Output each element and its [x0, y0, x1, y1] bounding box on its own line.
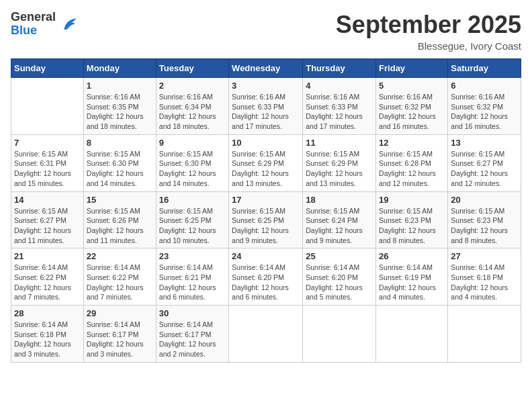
calendar-week-1: 1Sunrise: 6:16 AMSunset: 6:35 PMDaylight…: [11, 78, 521, 135]
calendar-cell: [376, 306, 448, 363]
calendar-cell: 22Sunrise: 6:14 AMSunset: 6:22 PMDayligh…: [83, 248, 156, 306]
day-number: 24: [232, 251, 300, 261]
day-detail: Sunrise: 6:15 AMSunset: 6:30 PMDaylight:…: [159, 149, 226, 189]
calendar-cell: 15Sunrise: 6:15 AMSunset: 6:26 PMDayligh…: [83, 191, 156, 248]
day-detail: Sunrise: 6:16 AMSunset: 6:33 PMDaylight:…: [232, 92, 300, 132]
day-detail: Sunrise: 6:16 AMSunset: 6:34 PMDaylight:…: [159, 92, 226, 132]
weekday-header-monday: Monday: [83, 59, 156, 78]
day-detail: Sunrise: 6:15 AMSunset: 6:25 PMDaylight:…: [159, 206, 226, 246]
day-number: 22: [87, 251, 153, 261]
day-number: 15: [87, 195, 153, 205]
calendar-cell: 9Sunrise: 6:15 AMSunset: 6:30 PMDaylight…: [156, 134, 228, 191]
day-detail: Sunrise: 6:15 AMSunset: 6:30 PMDaylight:…: [87, 149, 153, 189]
day-number: 3: [232, 81, 300, 91]
calendar-cell: 29Sunrise: 6:14 AMSunset: 6:17 PMDayligh…: [83, 306, 156, 363]
calendar-cell: 28Sunrise: 6:14 AMSunset: 6:18 PMDayligh…: [11, 306, 84, 363]
calendar-cell: 13Sunrise: 6:15 AMSunset: 6:27 PMDayligh…: [448, 134, 521, 191]
day-number: 30: [159, 308, 226, 318]
calendar-week-4: 21Sunrise: 6:14 AMSunset: 6:22 PMDayligh…: [11, 248, 521, 306]
day-detail: Sunrise: 6:14 AMSunset: 6:18 PMDaylight:…: [451, 263, 518, 302]
calendar-cell: 26Sunrise: 6:14 AMSunset: 6:19 PMDayligh…: [376, 248, 448, 306]
calendar-cell: 10Sunrise: 6:15 AMSunset: 6:29 PMDayligh…: [229, 134, 303, 191]
calendar-week-3: 14Sunrise: 6:15 AMSunset: 6:27 PMDayligh…: [11, 191, 521, 248]
day-detail: Sunrise: 6:15 AMSunset: 6:28 PMDaylight:…: [379, 149, 445, 189]
day-number: 25: [306, 251, 373, 261]
weekday-header-wednesday: Wednesday: [229, 59, 303, 78]
day-detail: Sunrise: 6:15 AMSunset: 6:23 PMDaylight:…: [379, 206, 445, 246]
day-number: 13: [451, 138, 518, 148]
calendar-cell: 18Sunrise: 6:15 AMSunset: 6:24 PMDayligh…: [303, 191, 376, 248]
day-number: 19: [379, 195, 445, 205]
day-number: 1: [87, 81, 153, 91]
day-detail: Sunrise: 6:14 AMSunset: 6:19 PMDaylight:…: [379, 263, 445, 302]
day-number: 10: [232, 138, 300, 148]
day-detail: Sunrise: 6:15 AMSunset: 6:29 PMDaylight:…: [232, 149, 300, 189]
day-number: 2: [159, 81, 226, 91]
day-detail: Sunrise: 6:16 AMSunset: 6:32 PMDaylight:…: [379, 92, 445, 132]
weekday-header-sunday: Sunday: [11, 59, 84, 78]
calendar-table: SundayMondayTuesdayWednesdayThursdayFrid…: [11, 58, 521, 363]
page-header: General Blue September 2025 Blessegue, I…: [11, 11, 521, 52]
calendar-cell: 27Sunrise: 6:14 AMSunset: 6:18 PMDayligh…: [448, 248, 521, 306]
day-detail: Sunrise: 6:15 AMSunset: 6:27 PMDaylight:…: [451, 149, 518, 189]
logo: General Blue: [11, 11, 79, 38]
day-number: 6: [451, 81, 518, 91]
day-detail: Sunrise: 6:16 AMSunset: 6:35 PMDaylight:…: [87, 92, 153, 132]
day-number: 28: [14, 308, 81, 318]
calendar-cell: 1Sunrise: 6:16 AMSunset: 6:35 PMDaylight…: [83, 78, 156, 135]
calendar-cell: 2Sunrise: 6:16 AMSunset: 6:34 PMDaylight…: [156, 78, 228, 135]
calendar-week-2: 7Sunrise: 6:15 AMSunset: 6:31 PMDaylight…: [11, 134, 521, 191]
logo-bird-icon: [60, 15, 79, 34]
day-number: 16: [159, 195, 226, 205]
day-number: 21: [14, 251, 81, 261]
weekday-header-tuesday: Tuesday: [156, 59, 228, 78]
day-number: 18: [306, 195, 373, 205]
calendar-cell: 25Sunrise: 6:14 AMSunset: 6:20 PMDayligh…: [303, 248, 376, 306]
calendar-cell: [229, 306, 303, 363]
day-detail: Sunrise: 6:14 AMSunset: 6:20 PMDaylight:…: [232, 263, 300, 302]
day-detail: Sunrise: 6:16 AMSunset: 6:33 PMDaylight:…: [306, 92, 373, 132]
day-detail: Sunrise: 6:14 AMSunset: 6:17 PMDaylight:…: [159, 320, 226, 359]
calendar-cell: 12Sunrise: 6:15 AMSunset: 6:28 PMDayligh…: [376, 134, 448, 191]
day-detail: Sunrise: 6:14 AMSunset: 6:22 PMDaylight:…: [87, 263, 153, 302]
calendar-cell: 16Sunrise: 6:15 AMSunset: 6:25 PMDayligh…: [156, 191, 228, 248]
day-detail: Sunrise: 6:15 AMSunset: 6:27 PMDaylight:…: [14, 206, 81, 246]
calendar-cell: [11, 78, 84, 135]
weekday-header-friday: Friday: [376, 59, 448, 78]
calendar-cell: [448, 306, 521, 363]
calendar-cell: 7Sunrise: 6:15 AMSunset: 6:31 PMDaylight…: [11, 134, 84, 191]
calendar-cell: 21Sunrise: 6:14 AMSunset: 6:22 PMDayligh…: [11, 248, 84, 306]
weekday-header-thursday: Thursday: [303, 59, 376, 78]
calendar-cell: 6Sunrise: 6:16 AMSunset: 6:32 PMDaylight…: [448, 78, 521, 135]
calendar-cell: 14Sunrise: 6:15 AMSunset: 6:27 PMDayligh…: [11, 191, 84, 248]
day-detail: Sunrise: 6:15 AMSunset: 6:25 PMDaylight:…: [232, 206, 300, 246]
location: Blessegue, Ivory Coast: [336, 40, 521, 52]
weekday-header-saturday: Saturday: [448, 59, 521, 78]
day-number: 26: [379, 251, 445, 261]
day-number: 27: [451, 251, 518, 261]
day-number: 7: [14, 138, 81, 148]
day-number: 29: [87, 308, 153, 318]
day-detail: Sunrise: 6:15 AMSunset: 6:29 PMDaylight:…: [306, 149, 373, 189]
calendar-cell: 23Sunrise: 6:14 AMSunset: 6:21 PMDayligh…: [156, 248, 228, 306]
day-number: 14: [14, 195, 81, 205]
day-number: 17: [232, 195, 300, 205]
calendar-week-5: 28Sunrise: 6:14 AMSunset: 6:18 PMDayligh…: [11, 306, 521, 363]
day-detail: Sunrise: 6:14 AMSunset: 6:17 PMDaylight:…: [87, 320, 153, 359]
calendar-cell: 24Sunrise: 6:14 AMSunset: 6:20 PMDayligh…: [229, 248, 303, 306]
weekday-header-row: SundayMondayTuesdayWednesdayThursdayFrid…: [11, 59, 521, 78]
day-number: 12: [379, 138, 445, 148]
day-number: 20: [451, 195, 518, 205]
logo-blue: Blue: [11, 24, 56, 38]
day-number: 4: [306, 81, 373, 91]
day-detail: Sunrise: 6:15 AMSunset: 6:31 PMDaylight:…: [14, 149, 81, 189]
logo-text: General Blue: [11, 11, 56, 38]
day-number: 23: [159, 251, 226, 261]
day-detail: Sunrise: 6:14 AMSunset: 6:18 PMDaylight:…: [14, 320, 81, 359]
day-number: 5: [379, 81, 445, 91]
calendar-cell: 19Sunrise: 6:15 AMSunset: 6:23 PMDayligh…: [376, 191, 448, 248]
month-title: September 2025: [336, 11, 521, 39]
calendar-cell: 3Sunrise: 6:16 AMSunset: 6:33 PMDaylight…: [229, 78, 303, 135]
calendar-cell: [303, 306, 376, 363]
calendar-cell: 8Sunrise: 6:15 AMSunset: 6:30 PMDaylight…: [83, 134, 156, 191]
